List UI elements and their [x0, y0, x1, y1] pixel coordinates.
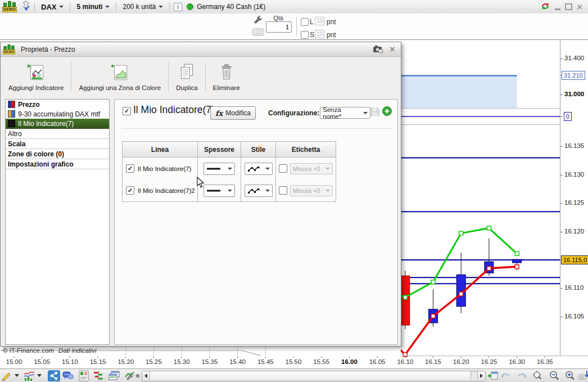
duplicate-label: Duplica	[176, 84, 197, 91]
screenshot-icon[interactable]	[372, 44, 384, 55]
news-icon[interactable]	[78, 370, 89, 381]
chat-icon[interactable]	[62, 370, 74, 381]
modify-formula-button[interactable]: fx Modifica	[210, 106, 256, 120]
h-scrollbar[interactable]	[142, 371, 486, 381]
sidebar-item-prezzo[interactable]: Prezzo	[6, 100, 109, 109]
short-points-input[interactable]	[315, 30, 324, 38]
add-indicator-button[interactable]: Aggiungi Indicatore	[4, 62, 68, 91]
price-label: 31.400	[564, 54, 584, 62]
delete-button[interactable]: Eliminare	[209, 62, 245, 91]
zoom-drag-icon[interactable]	[532, 370, 543, 381]
short-stop-checkbox[interactable]	[301, 31, 309, 39]
demo-logo: DEMO	[2, 1, 17, 12]
duplicate-button[interactable]: Duplica	[171, 62, 202, 91]
sidebar-item-impostazioni-grafico[interactable]: Impostazioni grafico	[6, 159, 109, 169]
scrollbar-right-arrow[interactable]	[477, 371, 485, 380]
time-label: 16.20	[450, 358, 472, 365]
collapse-toolbar-icon[interactable]	[135, 371, 140, 380]
chevron-down-icon	[265, 168, 270, 170]
chart-type-icon[interactable]	[24, 370, 35, 381]
short-points-unit: pnt	[327, 31, 336, 39]
dialog-sidebar: Prezzo 9-30 accumulating DAX mtf Il Mio …	[5, 99, 110, 345]
time-label: 15.15	[87, 358, 109, 365]
time-label: 16.00	[338, 358, 360, 365]
bottom-toolbar	[0, 368, 588, 382]
label-enabled-checkbox[interactable]	[279, 186, 287, 195]
sidebar-item-label: Il Mio Indicatore(7)	[18, 120, 74, 128]
table-row: Il Mio Indicatore(7)2 Misura +0	[123, 179, 336, 202]
export-data-icon[interactable]	[578, 370, 588, 381]
line-thickness-icon	[206, 188, 221, 193]
price-axis[interactable]: 31.40031.00031.210016.13516.13016.12516.…	[560, 39, 588, 356]
refresh-icon[interactable]	[540, 1, 550, 13]
undo-icon[interactable]	[500, 370, 512, 381]
configuration-dropdown[interactable]: Senza nome*	[320, 107, 370, 119]
zoom-out-icon[interactable]	[549, 370, 560, 381]
add-indicator-icon	[26, 62, 46, 83]
timeframe-dropdown[interactable]: 5 minuti	[74, 3, 112, 11]
time-axis[interactable]: 15.0015.0515.1015.1515.2015.2515.3015.35…	[0, 356, 588, 368]
order-settings-wrench-icon[interactable]	[253, 15, 264, 28]
sidebar-item-altro[interactable]: Altro	[6, 129, 109, 139]
line-visible-checkbox[interactable]	[126, 186, 134, 195]
mouse-cursor	[197, 177, 205, 191]
keyboard-entry-icon[interactable]	[252, 28, 264, 38]
add-color-zone-button[interactable]: Aggiungi una Zona di Colore	[74, 62, 165, 91]
pin-icon[interactable]	[21, 1, 30, 14]
indicator-enabled-checkbox[interactable]	[123, 107, 131, 115]
chart-options-wrench-icon[interactable]	[124, 370, 135, 381]
data-note-label: Dati indicativi	[58, 347, 97, 354]
current-price-label: 16.115,0	[561, 255, 588, 264]
maximize-icon[interactable]	[565, 3, 572, 10]
drawing-tool-dropdown-icon[interactable]	[15, 374, 19, 377]
label-enabled-checkbox[interactable]	[279, 164, 287, 173]
line-style-icon	[247, 165, 261, 172]
price-label: 16.110	[564, 284, 584, 291]
timeframe-label: 5 minuti	[76, 3, 102, 11]
sidebar-item-label: Zone di colore (0)	[8, 150, 64, 158]
volume-dropdown[interactable]: 200 k unità	[120, 3, 165, 11]
dialog-title: Proprietà - Prezzo	[21, 46, 75, 53]
add-configuration-icon[interactable]	[382, 106, 392, 118]
style-dropdown[interactable]	[245, 185, 273, 197]
sidebar-item-label: Scala	[8, 140, 25, 148]
price-label: 31.210	[562, 71, 585, 80]
dialog-close-icon[interactable]: ×	[386, 44, 399, 55]
sidebar-item-zone-di-colore[interactable]: Zone di colore (0)	[6, 149, 109, 159]
save-configuration-icon[interactable]	[370, 107, 379, 119]
sidebar-item-scala[interactable]: Scala	[6, 139, 109, 149]
top-toolbar: DEMO DAX 5 minuti 200 k unità i Germany …	[0, 0, 588, 14]
chevron-down-icon	[325, 168, 330, 170]
go-to-last-data-icon[interactable]	[487, 370, 498, 381]
order-toolbar: Qtà L pnt S pnt	[0, 14, 588, 40]
style-dropdown[interactable]	[245, 163, 273, 175]
thickness-dropdown[interactable]	[203, 185, 235, 197]
label-measure-dropdown[interactable]: Misura +0	[290, 163, 333, 174]
indicator-color-icon	[8, 120, 15, 127]
time-label: 15.40	[227, 358, 249, 365]
redo-icon[interactable]	[516, 370, 527, 381]
line-visible-checkbox[interactable]	[126, 164, 134, 173]
instrument-dropdown[interactable]: DAX	[39, 3, 66, 11]
quantity-input[interactable]	[266, 21, 292, 33]
sidebar-item-il-mio-indicatore[interactable]: Il Mio Indicatore(7)	[6, 119, 109, 129]
line-name: Il Mio Indicatore(7)2	[138, 187, 195, 194]
info-icon[interactable]: i	[174, 3, 182, 11]
zoom-in-icon[interactable]	[564, 370, 576, 381]
share-icon[interactable]	[48, 370, 60, 381]
line-name: Il Mio Indicatore(7)	[138, 165, 191, 172]
window-close-icon[interactable]: ×	[577, 2, 582, 12]
thickness-dropdown[interactable]	[203, 163, 235, 175]
scrollbar-left-arrow[interactable]	[142, 371, 150, 380]
chart-type-dropdown-icon[interactable]	[37, 374, 42, 377]
workspaces-icon[interactable]	[108, 370, 120, 381]
drawing-tool-icon[interactable]	[1, 370, 12, 381]
long-points-input[interactable]	[315, 17, 324, 25]
label-measure-dropdown[interactable]: Misura +0	[290, 185, 333, 196]
long-stop-checkbox[interactable]	[301, 18, 309, 26]
minimize-icon[interactable]	[555, 8, 560, 10]
scrollbar-thumb[interactable]	[150, 371, 471, 380]
sidebar-item-930-accumulating[interactable]: 9-30 accumulating DAX mtf	[6, 109, 109, 119]
order-book-icon[interactable]	[93, 370, 104, 381]
dialog-titlebar[interactable]: DEMO Proprietà - Prezzo ×	[1, 42, 401, 57]
